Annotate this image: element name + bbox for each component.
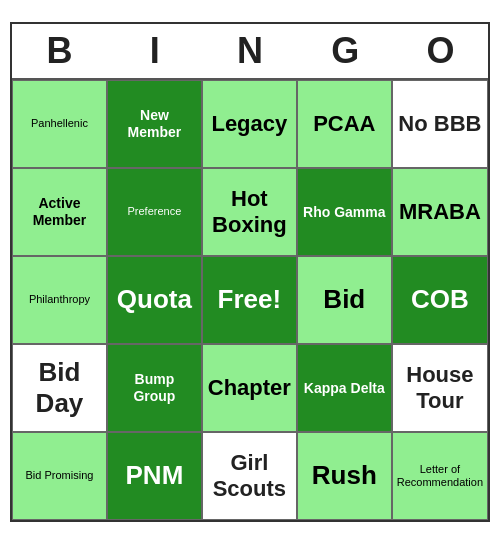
cell-r0-c0: Panhellenic <box>12 80 107 168</box>
cell-r2-c0: Philanthropy <box>12 256 107 344</box>
cell-r3-c4: House Tour <box>392 344 488 432</box>
cell-r0-c2: Legacy <box>202 80 297 168</box>
header-letter: I <box>107 24 202 78</box>
cell-r2-c2: Free! <box>202 256 297 344</box>
cell-r1-c4: MRABA <box>392 168 488 256</box>
cell-r0-c3: PCAA <box>297 80 392 168</box>
cell-r4-c3: Rush <box>297 432 392 520</box>
cell-r1-c1: Preference <box>107 168 202 256</box>
cell-r1-c2: Hot Boxing <box>202 168 297 256</box>
cell-r3-c3: Kappa Delta <box>297 344 392 432</box>
bingo-grid: PanhellenicNew MemberLegacyPCAANo BBBAct… <box>12 78 488 520</box>
cell-r1-c0: Active Member <box>12 168 107 256</box>
cell-r2-c4: COB <box>392 256 488 344</box>
cell-r4-c2: Girl Scouts <box>202 432 297 520</box>
cell-r4-c4: Letter of Recommendation <box>392 432 488 520</box>
cell-r4-c0: Bid Promising <box>12 432 107 520</box>
header-letter: G <box>298 24 393 78</box>
cell-r2-c1: Quota <box>107 256 202 344</box>
cell-r1-c3: Rho Gamma <box>297 168 392 256</box>
header-letter: B <box>12 24 107 78</box>
cell-r0-c1: New Member <box>107 80 202 168</box>
cell-r2-c3: Bid <box>297 256 392 344</box>
bingo-card: BINGO PanhellenicNew MemberLegacyPCAANo … <box>10 22 490 522</box>
cell-r3-c0: Bid Day <box>12 344 107 432</box>
bingo-header: BINGO <box>12 24 488 78</box>
header-letter: O <box>393 24 488 78</box>
cell-r0-c4: No BBB <box>392 80 488 168</box>
cell-r4-c1: PNM <box>107 432 202 520</box>
cell-r3-c1: Bump Group <box>107 344 202 432</box>
header-letter: N <box>202 24 297 78</box>
cell-r3-c2: Chapter <box>202 344 297 432</box>
